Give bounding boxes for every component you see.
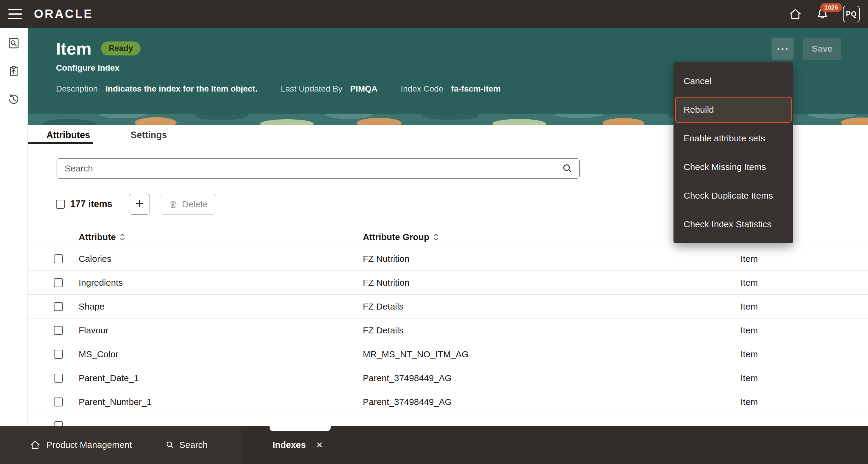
attribute-group-cell: MR_MS_NT_NO_ITM_AG xyxy=(363,349,741,359)
row-checkbox[interactable] xyxy=(54,278,63,287)
trash-icon xyxy=(168,200,178,209)
delete-label: Delete xyxy=(182,199,208,209)
items-count: 177 items xyxy=(70,199,112,209)
attribute-cell: Ingredients xyxy=(79,278,363,288)
row-checkbox[interactable] xyxy=(54,254,63,263)
avatar[interactable]: PQ xyxy=(843,6,860,22)
search-icon xyxy=(562,163,573,174)
index-search-icon[interactable] xyxy=(7,37,20,50)
delete-button[interactable]: Delete xyxy=(160,194,216,215)
attribute-group-cell: FZ Details xyxy=(363,325,741,336)
attribute-group-cell: FZ Details xyxy=(363,301,741,312)
search-input[interactable] xyxy=(65,164,562,174)
add-button[interactable]: + xyxy=(129,194,150,215)
attribute-cell: Calories xyxy=(79,254,363,264)
sort-icon xyxy=(433,233,439,241)
search-box xyxy=(57,158,580,179)
menu-item-cancel[interactable]: Cancel xyxy=(674,67,793,95)
select-all-checkbox[interactable] xyxy=(56,200,65,209)
row-checkbox[interactable] xyxy=(54,302,63,311)
table-row[interactable]: Ingredients FZ Nutrition Item xyxy=(28,271,868,295)
row-checkbox[interactable] xyxy=(54,422,63,426)
bottom-search-nav[interactable]: Search xyxy=(166,426,208,464)
hamburger-menu-icon[interactable] xyxy=(8,9,22,19)
home-icon xyxy=(30,439,40,450)
topbar: ORACLE 1026 PQ xyxy=(0,0,868,28)
history-icon[interactable] xyxy=(7,93,20,106)
menu-item-check-missing-items[interactable]: Check Missing Items xyxy=(674,153,793,181)
status-badge: Ready xyxy=(101,41,141,55)
close-tab-icon[interactable]: ✕ xyxy=(316,440,323,450)
indexes-tab-label: Indexes xyxy=(273,440,306,450)
table-row[interactable] xyxy=(28,414,868,426)
import-clipboard-icon[interactable] xyxy=(7,65,20,78)
object-cell: Item xyxy=(741,254,868,264)
left-rail xyxy=(0,28,28,426)
notification-badge: 1026 xyxy=(820,3,842,12)
menu-item-check-index-statistics[interactable]: Check Index Statistics xyxy=(674,210,793,238)
last-updated-value: PIMQA xyxy=(350,84,377,94)
attribute-group-cell: FZ Nutrition xyxy=(363,254,741,264)
object-cell: Item xyxy=(741,397,868,407)
row-checkbox[interactable] xyxy=(54,326,63,335)
object-cell: Item xyxy=(741,301,868,312)
tab-bar: Attributes Settings xyxy=(28,125,167,144)
table-row[interactable]: MS_Color MR_MS_NT_NO_ITM_AG Item xyxy=(28,342,868,366)
column-attribute[interactable]: Attribute xyxy=(79,232,363,242)
menu-item-check-duplicate-items[interactable]: Check Duplicate Items xyxy=(674,181,793,210)
search-icon xyxy=(166,440,175,450)
last-updated-label: Last Updated By xyxy=(281,84,342,94)
index-code-value: fa-fscm-item xyxy=(451,84,500,94)
table-row[interactable]: Flavour FZ Details Item xyxy=(28,318,868,342)
tab-attributes[interactable]: Attributes xyxy=(28,125,93,144)
page-title: Item xyxy=(56,38,91,58)
row-checkbox[interactable] xyxy=(54,350,63,359)
attribute-cell: Parent_Number_1 xyxy=(79,397,363,407)
row-checkbox[interactable] xyxy=(54,374,63,383)
attribute-cell: Parent_Date_1 xyxy=(79,373,363,383)
attribute-cell: Shape xyxy=(79,301,363,312)
home-icon[interactable] xyxy=(789,7,802,21)
attribute-cell: MS_Color xyxy=(79,349,363,359)
description-label: Description xyxy=(56,84,98,94)
actions-dropdown-menu: Cancel Rebuild Enable attribute sets Che… xyxy=(674,62,793,243)
attribute-group-cell: Parent_37498449_AG xyxy=(363,373,741,383)
oracle-logo: ORACLE xyxy=(34,7,93,21)
attribute-group-cell: FZ Nutrition xyxy=(363,278,741,288)
notifications-button[interactable]: 1026 xyxy=(815,7,829,21)
menu-item-rebuild[interactable]: Rebuild xyxy=(675,97,792,123)
attribute-group-cell: Parent_37498449_AG xyxy=(363,397,741,407)
object-cell: Item xyxy=(741,325,868,336)
bottom-bar: Product Management Search Indexes ✕ xyxy=(0,426,868,464)
product-management-label: Product Management xyxy=(46,440,132,450)
table-row[interactable]: Parent_Number_1 Parent_37498449_AG Item xyxy=(28,390,868,414)
table-row[interactable]: Shape FZ Details Item xyxy=(28,295,868,318)
description-value: Indicates the index for the Item object. xyxy=(105,84,257,94)
more-actions-button[interactable]: ⋯ xyxy=(772,37,794,60)
tab-settings[interactable]: Settings xyxy=(130,125,167,144)
index-code-label: Index Code xyxy=(401,84,443,94)
object-cell: Item xyxy=(741,373,868,383)
attribute-cell: Flavour xyxy=(79,325,363,336)
product-management-nav[interactable]: Product Management xyxy=(30,426,132,464)
object-cell: Item xyxy=(741,278,868,288)
table-row[interactable]: Calories FZ Nutrition Item xyxy=(28,247,868,271)
row-checkbox[interactable] xyxy=(54,398,63,406)
table-row[interactable]: Parent_Date_1 Parent_37498449_AG Item xyxy=(28,366,868,390)
bottom-search-label: Search xyxy=(179,440,208,450)
indexes-tab[interactable]: Indexes ✕ xyxy=(273,426,323,464)
attributes-table: Attribute Attribute Group Calories xyxy=(28,228,868,426)
topbar-actions: 1026 PQ xyxy=(789,6,860,22)
sort-icon xyxy=(119,233,125,241)
object-cell: Item xyxy=(741,349,868,359)
save-button[interactable]: Save xyxy=(803,37,841,60)
menu-item-enable-attribute-sets[interactable]: Enable attribute sets xyxy=(674,124,793,153)
